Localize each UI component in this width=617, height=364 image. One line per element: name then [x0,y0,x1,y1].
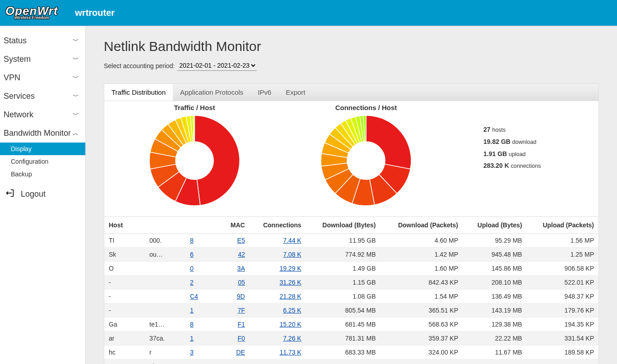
conn-link[interactable]: 7.44 K [283,237,301,244]
summary-hosts-value: 27 [483,126,491,133]
th-mac[interactable]: MAC [222,217,250,234]
th-up[interactable]: Upload (Packets) [527,217,598,234]
ip-link[interactable]: 3 [190,349,194,356]
tab-bar: Traffic DistributionApplication Protocol… [104,84,598,101]
logout-icon [5,189,14,200]
summary-download-value: 19.82 GB [483,138,510,145]
conn-link[interactable]: 11.73 K [279,349,301,356]
mac-link[interactable]: 9D [237,293,245,300]
sidebar: Status﹀System﹀VPN﹀Services﹀Network﹀Bandw… [0,26,86,364]
th-host[interactable]: Host [104,217,222,234]
page-title: Netlink Bandwidth Monitor [104,39,599,54]
tab-export[interactable]: Export [278,84,312,101]
summary-connections-value: 283.20 K [483,162,509,169]
table-row: TI000.8E57.44 K11.95 GB4.60 MP95.29 MB1.… [104,234,598,248]
ip-link[interactable]: 2 [190,279,194,286]
mac-link[interactable]: 42 [238,251,245,258]
sidebar-subitem-display[interactable]: Display [0,143,85,155]
logout-button[interactable]: Logout [0,180,85,200]
conn-link[interactable]: 15.20 K [279,321,301,328]
logout-label: Logout [21,189,46,199]
chevron-icon: ﹀ [73,111,79,119]
main-content: Netlink Bandwidth Monitor Select account… [86,26,617,364]
conn-link[interactable]: 6.25 K [283,307,301,314]
th-db[interactable]: Download (Bytes) [306,217,380,234]
traffic-pie-chart [147,113,242,208]
tab-application-protocols[interactable]: Application Protocols [173,84,251,101]
ip-link[interactable]: 0 [190,265,194,272]
ip-link[interactable]: C4 [190,293,198,300]
table-row: O03A19.29 K1.49 GB1.60 MP145.86 MB906.58… [104,262,598,276]
chevron-icon: ﹀ [73,92,79,101]
mac-link[interactable]: 3A [237,265,245,272]
sidebar-item-network[interactable]: Network﹀ [0,106,85,124]
th-ub[interactable]: Upload (Bytes) [463,217,527,234]
summary-connections-label: connections [511,163,541,169]
th-conn[interactable]: Connections [250,217,306,234]
panel: Traffic DistributionApplication Protocol… [104,83,599,364]
logo-subtitle: Wireless Freedom [14,15,49,20]
conn-link[interactable]: 31.26 K [279,279,301,286]
connections-pie-chart [319,113,413,208]
ip-link[interactable]: 8 [190,321,194,328]
logo: OpenWrt Wireless Freedom [5,6,58,20]
table-row: -17F6.25 K805.54 MB365.51 KP143.19 MB179… [104,304,598,318]
hostname-label: wrtrouter [75,8,115,18]
tab-ipv6[interactable]: IPv6 [251,84,278,101]
conn-link[interactable]: 21.28 K [279,293,301,300]
logo-text: OpenWrt [5,6,58,16]
ip-link[interactable]: 6 [190,251,194,258]
chevron-icon: ﹀ [73,74,79,82]
sidebar-item-system[interactable]: System﹀ [0,50,85,69]
conn-link[interactable]: 7.08 K [283,251,301,258]
ip-link[interactable]: 1 [190,307,194,314]
summary-download-label: download [512,139,537,145]
mac-link[interactable]: E5 [237,237,245,244]
sidebar-subitem-backup[interactable]: Backup [0,168,85,180]
summary-block: 27 hosts 19.82 GB download 1.91 GB uploa… [483,104,541,172]
chart-traffic-title: Traffic / Host [113,104,276,111]
sidebar-subitem-configuration[interactable]: Configuration [0,155,85,168]
summary-hosts-label: hosts [492,127,506,133]
th-dp[interactable]: Download (Packets) [380,217,463,234]
mac-link[interactable]: F0 [237,335,245,342]
mac-link[interactable]: 05 [238,279,245,286]
mac-link[interactable]: 7F [237,307,245,314]
top-header: OpenWrt Wireless Freedom wrtrouter [0,0,617,26]
summary-upload-label: upload [509,151,526,157]
conn-link[interactable]: 19.29 K [279,265,301,272]
mac-link[interactable]: F1 [237,321,245,328]
charts-row: Traffic / Host Connections / Host 27 hos… [104,101,598,217]
host-table: Host MAC Connections Download (Bytes) Do… [104,217,598,364]
conn-link[interactable]: 7.26 K [283,335,301,342]
sidebar-item-status[interactable]: Status﹀ [0,32,85,50]
table-row: Ezal…05919.14 K239.66 MB210.48 KP54.58 M… [104,359,598,364]
table-row: -20531.26 K1.15 GB842.43 KP208.10 MB522.… [104,276,598,290]
table-row: hcr3DE11.73 K683.33 MB324.00 KP11.67 MB1… [104,346,598,359]
period-label: Select accounting period: [104,62,175,69]
table-row: Skou…6427.08 K774.92 MB1.42 MP945.48 MB1… [104,248,598,262]
sidebar-item-vpn[interactable]: VPN﹀ [0,69,85,87]
table-row: -C49D21.28 K1.08 GB1.54 MP136.49 MB948.3… [104,290,598,304]
table-row: Gate1…8F115.20 K681.45 MB568.63 KP129.38… [104,318,598,332]
table-row: ar37ca.1F07.26 K781.31 MB359.37 KP22.22 … [104,332,598,346]
chart-traffic: Traffic / Host [113,104,276,209]
chart-connections-title: Connections / Host [285,104,447,111]
chevron-icon: ﹀ [73,55,79,64]
chart-connections: Connections / Host [285,104,447,209]
mac-link[interactable]: DE [236,349,245,356]
period-row: Select accounting period: 2021-02-01 - 2… [104,60,599,71]
summary-upload-value: 1.91 GB [483,150,507,157]
chevron-icon: ﹀ [73,37,79,45]
sidebar-item-services[interactable]: Services﹀ [0,87,85,106]
tab-traffic-distribution[interactable]: Traffic Distribution [104,84,173,101]
chevron-icon: ︿ [73,129,79,138]
ip-link[interactable]: 1 [190,335,194,342]
period-select[interactable]: 2021-02-01 - 2021-02-23 [177,60,257,71]
sidebar-item-bandwidth-monitor[interactable]: Bandwidth Monitor︿ [0,124,85,143]
ip-link[interactable]: 8 [190,237,194,244]
